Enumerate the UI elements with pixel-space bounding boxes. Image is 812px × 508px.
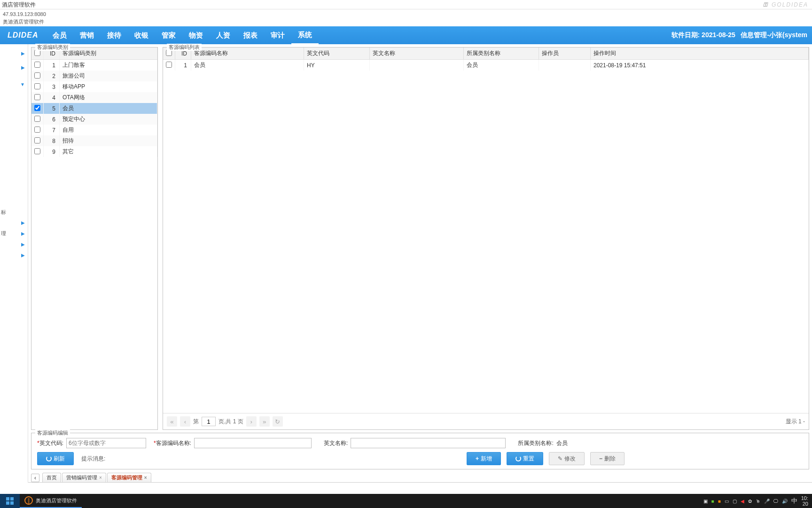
close-icon[interactable]: × [144, 475, 147, 480]
egn-label: 英文名称: [324, 439, 348, 447]
tray-icon[interactable]: 🔊 [782, 499, 788, 504]
menu-member[interactable]: 会员 [46, 26, 73, 44]
menu-housekeeper[interactable]: 管家 [155, 26, 182, 44]
category-row-checkbox[interactable] [34, 148, 40, 154]
category-row[interactable]: 3移动APP [31, 81, 157, 92]
category-row[interactable]: 6预定中心 [31, 114, 157, 125]
window-brand-area: ⚿ GOLDIDEA [763, 0, 812, 9]
category-row-checkbox[interactable] [34, 137, 40, 143]
panels-row: 客源编码类别 ID 客源编码类别 1上门散客 2旅游公司 3移动APP 4OTA… [28, 44, 812, 431]
taskbar-app[interactable]: ║ 奥迪酒店管理软件 [20, 494, 82, 508]
header-right-info: 软件日期: 2021-08-25 信息管理-小张(system [671, 31, 812, 40]
tray-icon[interactable]: ▢ [733, 499, 737, 504]
main-menubar: LDIDEA 会员 营销 接待 收银 管家 物资 人资 报表 审计 系统 软件日… [0, 26, 812, 44]
category-row-checkbox[interactable] [34, 94, 40, 100]
hint-label: 提示消息: [81, 455, 105, 463]
category-row-checkbox[interactable] [34, 116, 40, 122]
nav-arrow-2[interactable]: ▶ [21, 65, 25, 70]
logo: LDIDEA [0, 31, 46, 40]
nav-arrow-1[interactable]: ▶ [21, 51, 25, 56]
category-row[interactable]: 2旅游公司 [31, 71, 157, 81]
tray-clock[interactable]: 10: 20 [801, 495, 808, 507]
nav-arrow-5[interactable]: ▶ [21, 231, 25, 236]
tray-icon[interactable]: ■ [711, 499, 714, 504]
nav-arrow-6[interactable]: ▶ [21, 242, 25, 247]
delete-button[interactable]: 删除 [590, 452, 625, 465]
category-row-selected[interactable]: 5会员 [31, 103, 157, 114]
tray-icon[interactable]: ▣ [703, 499, 708, 504]
menu-audit[interactable]: 审计 [264, 26, 291, 44]
add-button[interactable]: 新增 [467, 452, 501, 465]
tray-icon[interactable]: 🖱 [756, 499, 760, 504]
close-icon[interactable]: × [99, 475, 102, 480]
tray-icon[interactable]: ✿ [748, 499, 752, 504]
list-row[interactable]: 1 会员 HY 会员 2021-08-19 15:47:51 [163, 60, 809, 71]
modify-button[interactable]: 修改 [549, 452, 585, 465]
list-header-time: 操作时间 [591, 48, 809, 60]
start-button[interactable] [0, 494, 20, 508]
tray-ime[interactable]: 中 [791, 497, 797, 505]
category-row-checkbox[interactable] [34, 62, 40, 68]
page-input[interactable] [202, 417, 216, 426]
category-row[interactable]: 8招待 [31, 135, 157, 146]
category-row-checkbox[interactable] [34, 127, 40, 133]
page-refresh-button[interactable]: ↻ [273, 416, 283, 427]
page-last-button[interactable]: » [259, 416, 270, 427]
tab-source-code[interactable]: 客源编码管理× [107, 473, 151, 482]
window-title: 酒店管理软件 [2, 0, 36, 9]
minus-icon [599, 455, 602, 462]
category-row[interactable]: 7自用 [31, 125, 157, 135]
list-panel-title: 客源编码列表 [167, 44, 202, 51]
plus-icon [476, 455, 479, 462]
list-header-op: 操作员 [539, 48, 591, 60]
category-header-name: 客源编码类别 [60, 48, 157, 60]
menu-system[interactable]: 系统 [291, 26, 319, 44]
svg-rect-3 [10, 501, 14, 505]
reset-button[interactable]: 重置 [507, 452, 543, 465]
menu-reception[interactable]: 接待 [101, 26, 128, 44]
tab-home[interactable]: 首页 [42, 473, 61, 482]
menu-report[interactable]: 报表 [237, 26, 264, 44]
egn-input[interactable] [351, 438, 506, 448]
workspace: ▶ ▶ ▼ 标 ▶ 理 ▶ ▶ ▶ 客源编码类别 ID 客源编码类别 1上门散客… [0, 44, 812, 483]
tab-marketing-code[interactable]: 营销编码管理× [62, 473, 106, 482]
egc-input[interactable] [66, 438, 146, 448]
nav-arrow-7[interactable]: ▶ [21, 253, 25, 258]
list-row-checkbox[interactable] [166, 62, 172, 68]
page-prev-button[interactable]: ‹ [180, 416, 190, 427]
menu-cashier[interactable]: 收银 [128, 26, 155, 44]
tray-icon[interactable]: ◀ [741, 499, 744, 504]
menu-material[interactable]: 物资 [182, 26, 210, 44]
menu-marketing[interactable]: 营销 [73, 26, 101, 44]
category-row[interactable]: 1上门散客 [31, 60, 157, 71]
address-bar: 47.93.19.123:8080 奥迪酒店管理软件 [0, 9, 812, 26]
page-next-button[interactable]: › [246, 416, 257, 427]
page-first-button[interactable]: « [167, 416, 177, 427]
category-row-checkbox[interactable] [34, 83, 40, 89]
os-taskbar: ║ 奥迪酒店管理软件 ▣ ■ ■ ▭ ▢ ◀ ✿ 🖱 🎤 🖵 🔊 中 10: 2… [0, 494, 812, 508]
category-row[interactable]: 9其它 [31, 146, 157, 157]
refresh-button[interactable]: 刷新 [37, 452, 74, 465]
page-display-info: 显示 1 - [786, 418, 805, 426]
app-subtitle: 奥迪酒店管理软件 [3, 18, 809, 25]
tab-history-button[interactable]: ‹ [31, 474, 39, 482]
nav-arrow-4[interactable]: ▶ [21, 220, 25, 225]
name-input[interactable] [194, 438, 312, 448]
tray-icon[interactable]: 🖵 [773, 499, 778, 504]
app-icon: ║ [24, 496, 33, 505]
category-row-checkbox[interactable] [34, 105, 40, 111]
nav-arrow-3[interactable]: ▼ [20, 82, 25, 87]
tray-icon[interactable]: ■ [718, 499, 721, 504]
page-label-prefix: 第 [193, 418, 199, 426]
list-header-cat: 所属类别名称 [464, 48, 539, 60]
tray-icon[interactable]: 🎤 [764, 499, 770, 504]
svg-rect-1 [10, 497, 14, 500]
category-row[interactable]: 4OTA网络 [31, 92, 157, 103]
refresh-icon [46, 456, 52, 461]
content-area: 客源编码类别 ID 客源编码类别 1上门散客 2旅游公司 3移动APP 4OTA… [28, 44, 812, 483]
page-label-suffix: 页,共 1 页 [219, 418, 243, 426]
egc-label: *英文代码: [37, 439, 63, 447]
tray-icon[interactable]: ▭ [725, 499, 729, 504]
category-row-checkbox[interactable] [34, 72, 40, 79]
menu-hr[interactable]: 人资 [210, 26, 237, 44]
